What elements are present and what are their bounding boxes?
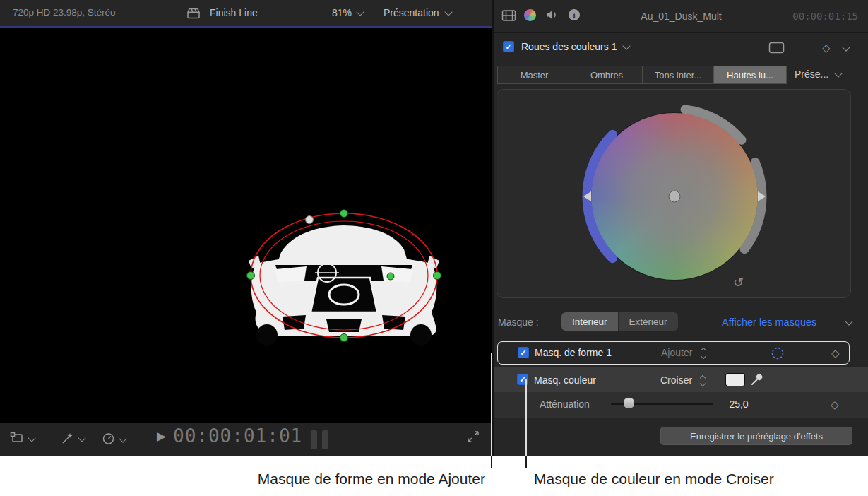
callout-line-shape [491,456,492,468]
mask-handle-rotate[interactable] [306,216,314,224]
fcp-window: 720p HD 23.98p, Stéréo Finish Line 81% P… [0,0,868,496]
keyframe-icon[interactable]: ◇ [831,348,840,358]
shape-mask-mode[interactable]: Ajouter [661,347,692,358]
view-menu[interactable]: Présentation [384,7,451,18]
checkmark-icon: ✓ [520,348,526,358]
keyframe-icon[interactable]: ◇ [822,42,831,53]
compare-icon[interactable] [768,42,785,54]
audio-meter-left [311,430,317,449]
range-tabs: Master Ombres Tons inter... Hautes lu... [498,66,787,84]
retime-menu[interactable] [102,432,126,445]
eyedropper-icon[interactable] [750,372,764,386]
checkmark-icon: ✓ [505,42,511,52]
shape-mask-icon[interactable] [771,346,785,360]
effect-row: ✓ Roues des couleurs 1 [503,41,629,52]
project-name: Finish Line [210,7,258,18]
magic-wand-icon [61,432,74,444]
mode-stepper-icon[interactable] [701,376,705,386]
callout-line-color [525,456,527,468]
play-button[interactable]: ▶ [157,429,166,444]
preset-menu[interactable]: Prése... [795,69,841,80]
chevron-down-icon [835,69,843,77]
save-preset-button[interactable]: Enregistrer le préréglage d'effets [660,427,852,445]
chevron-down-icon[interactable] [623,42,631,49]
wheel-center-puck[interactable] [669,191,680,202]
attenuation-slider-thumb[interactable] [624,398,634,408]
shape-mask-checkbox[interactable]: ✓ [518,347,529,358]
chevron-down-icon [119,435,126,442]
clapper-icon [186,8,201,19]
inspector-panel: i Au_01_Dusk_Mult 00:00:01:15 ✓ Roues de… [494,0,868,456]
mask-handle-right[interactable] [434,272,441,280]
effect-checkbox[interactable]: ✓ [503,41,514,52]
expand-icon[interactable] [466,430,480,444]
mask-handle-top[interactable] [340,210,348,218]
tab-hautes-lumieres[interactable]: Hautes lu... [713,66,787,84]
chevron-down-icon [356,8,364,16]
chevron-down-icon [28,434,35,442]
transform-menu[interactable] [10,432,35,444]
car-image [249,225,439,346]
mask-bar-label: Masque : [498,317,539,328]
show-masks-link[interactable]: Afficher les masques [722,317,816,328]
shape-mask-name: Masq. de forme 1 [535,347,612,358]
retime-icon [102,432,115,445]
segment-interieur[interactable]: Intérieur [561,312,618,331]
effect-name: Roues des couleurs 1 [521,41,617,52]
color-mask-name: Masq. couleur [534,374,596,386]
enhancements-menu[interactable] [61,432,85,444]
mask-handle-inner[interactable] [387,273,394,280]
color-mask-mode[interactable]: Croiser [660,374,692,386]
tab-tons-intermediaires[interactable]: Tons inter... [642,66,714,84]
zoom-level: 81% [332,7,352,18]
attenuation-label: Atténuation [540,398,590,410]
attenuation-value[interactable]: 25,0 [722,398,756,410]
clip-timecode: 00:00:01:15 [792,11,858,22]
chevron-down-icon [444,8,452,16]
mask-view-segmented: Intérieur Extérieur [561,312,678,331]
shape-mask-row[interactable]: ✓ Masq. de forme 1 Ajouter ◇ [497,341,850,365]
reset-icon[interactable]: ↺ [733,276,744,290]
segment-exterieur[interactable]: Extérieur [618,312,678,331]
transform-icon [10,432,24,444]
tab-master[interactable]: Master [497,66,571,84]
view-menu-label: Présentation [384,7,439,18]
chevron-down-icon [78,434,85,442]
viewer-canvas [0,28,492,423]
mask-handle-bottom[interactable] [340,334,348,342]
callout-line-shape [491,353,492,456]
viewer-topbar: 720p HD 23.98p, Stéréo Finish Line 81% P… [0,0,492,28]
tab-ombres[interactable]: Ombres [571,66,643,84]
format-info: 720p HD 23.98p, Stéréo [13,7,116,18]
callout-color-mask: Masque de couleur en mode Croiser [534,471,866,488]
color-wheel-overlay: ↺ [494,89,868,300]
color-mask-swatch[interactable] [726,374,744,386]
mask-handle-left[interactable] [247,272,255,280]
keyframe-icon[interactable]: ◇ [831,399,839,410]
chevron-down-icon[interactable] [845,317,852,325]
zoom-menu[interactable]: 81% [332,7,363,18]
mode-stepper-icon[interactable] [701,348,706,358]
callout-line-color [525,379,527,456]
playhead-timecode[interactable]: 00:00:01:01 [173,425,302,447]
chevron-down-icon[interactable] [842,43,850,51]
callout-shape-mask: Masque de forme en mode Ajouter [132,471,485,488]
audio-meter-right [322,430,328,449]
viewer-toolbar: ▶ 00:00:01:01 [0,423,492,457]
